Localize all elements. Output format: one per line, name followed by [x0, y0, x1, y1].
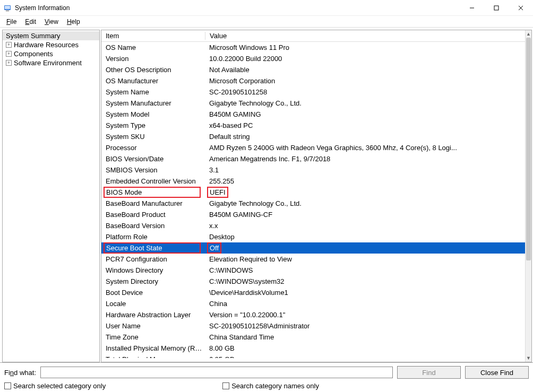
table-row[interactable]: BaseBoard ProductB450M GAMING-CF: [101, 209, 525, 220]
table-row[interactable]: System NameSC-201905101258: [101, 86, 525, 98]
tree-item-hardware-resources[interactable]: + Hardware Resources: [3, 40, 99, 49]
tree-pane[interactable]: System Summary + Hardware Resources + Co…: [2, 30, 100, 362]
row-item: System Model: [101, 110, 205, 119]
highlighted-value: Off: [207, 242, 221, 254]
table-row[interactable]: BIOS ModeUEFI: [101, 187, 525, 198]
row-item: BaseBoard Version: [101, 221, 205, 230]
table-row[interactable]: Total Physical Memory6.95 GB: [101, 354, 525, 359]
column-header-value[interactable]: Value: [205, 32, 525, 40]
table-row[interactable]: Time ZoneChina Standard Time: [101, 332, 525, 343]
row-value: x64-based PC: [205, 121, 525, 130]
search-bar: Find what: Find Close Find Search select…: [0, 362, 533, 392]
menu-file[interactable]: File: [3, 17, 20, 27]
row-value: Microsoft Corporation: [205, 76, 525, 85]
minimize-button[interactable]: [460, 0, 484, 16]
table-row[interactable]: System Typex64-based PC: [101, 120, 525, 131]
titlebar: System Information: [0, 0, 533, 16]
checkbox-icon: [4, 382, 11, 389]
table-row[interactable]: System ManufacturerGigabyte Technology C…: [101, 98, 525, 109]
row-item: Version: [101, 54, 205, 63]
highlighted-value: UEFI: [207, 187, 228, 198]
table-row[interactable]: SMBIOS Version3.1: [101, 164, 525, 176]
table-row[interactable]: Windows DirectoryC:\WINDOWS: [101, 265, 525, 276]
table-row[interactable]: Version10.0.22000 Build 22000: [101, 53, 525, 64]
window-controls: [460, 0, 533, 16]
table-row[interactable]: Other OS DescriptionNot Available: [101, 64, 525, 75]
scrollbar-thumb[interactable]: [526, 38, 531, 260]
row-value: B450M GAMING-CF: [205, 210, 525, 219]
row-value: C:\WINDOWS\system32: [205, 277, 525, 286]
checkbox-label: Search category names only: [231, 382, 319, 390]
row-value: x.x: [205, 221, 525, 230]
row-item: System Manufacturer: [101, 99, 205, 108]
scroll-down-icon[interactable]: ▼: [526, 354, 531, 362]
menu-edit[interactable]: Edit: [22, 17, 39, 27]
table-row[interactable]: BIOS Version/DateAmerican Megatrends Inc…: [101, 153, 525, 164]
row-item: OS Name: [101, 43, 205, 52]
table-row[interactable]: PCR7 ConfigurationElevation Required to …: [101, 254, 525, 265]
expander-icon[interactable]: +: [6, 60, 12, 66]
maximize-button[interactable]: [484, 0, 509, 16]
menu-view[interactable]: View: [41, 17, 62, 27]
row-item: SMBIOS Version: [101, 165, 205, 175]
table-row[interactable]: ProcessorAMD Ryzen 5 2400G with Radeon V…: [101, 142, 525, 153]
row-value: 10.0.22000 Build 22000: [205, 54, 525, 63]
column-header-item[interactable]: Item: [101, 32, 205, 40]
checkbox-search-selected-category[interactable]: Search selected category only: [4, 382, 106, 390]
row-value: \Device\HarddiskVolume1: [205, 288, 525, 297]
row-item: System Type: [101, 121, 205, 130]
checkbox-search-category-names[interactable]: Search category names only: [222, 382, 319, 390]
svg-rect-4: [494, 6, 498, 10]
row-value: Gigabyte Technology Co., Ltd.: [205, 199, 525, 208]
table-row[interactable]: BaseBoard ManufacturerGigabyte Technolog…: [101, 198, 525, 209]
table-row[interactable]: OS NameMicrosoft Windows 11 Pro: [101, 42, 525, 53]
svg-rect-2: [6, 11, 9, 11]
table-row[interactable]: System ModelB450M GAMING: [101, 109, 525, 120]
window-title: System Information: [15, 4, 70, 12]
menu-help[interactable]: Help: [64, 17, 83, 27]
table-row[interactable]: Installed Physical Memory (RAM)8.00 GB: [101, 343, 525, 354]
table-row[interactable]: Platform RoleDesktop: [101, 231, 525, 242]
row-value: Elevation Required to View: [205, 255, 525, 264]
row-value: China: [205, 299, 525, 308]
tree-item-label: Software Environment: [14, 59, 82, 67]
find-input[interactable]: [40, 367, 393, 378]
row-value: AMD Ryzen 5 2400G with Radeon Vega Graph…: [205, 143, 525, 152]
table-row[interactable]: Boot Device\Device\HarddiskVolume1: [101, 287, 525, 298]
table-row[interactable]: OS ManufacturerMicrosoft Corporation: [101, 75, 525, 86]
expander-icon[interactable]: +: [6, 42, 12, 48]
find-button[interactable]: Find: [397, 366, 461, 379]
table-row[interactable]: System SKUDefault string: [101, 131, 525, 142]
row-value: 255.255: [205, 177, 525, 186]
table-row[interactable]: BaseBoard Versionx.x: [101, 220, 525, 231]
checkbox-icon: [222, 382, 229, 389]
row-value: 3.1: [205, 165, 525, 175]
tree-item-label: Hardware Resources: [14, 41, 79, 49]
row-value: Microsoft Windows 11 Pro: [205, 43, 525, 52]
table-row[interactable]: Hardware Abstraction LayerVersion = "10.…: [101, 309, 525, 320]
table-row[interactable]: Secure Boot StateOff: [101, 242, 525, 254]
row-value: B450M GAMING: [205, 110, 525, 119]
row-item: User Name: [101, 321, 205, 330]
row-item: OS Manufacturer: [101, 76, 205, 85]
expander-icon[interactable]: +: [6, 51, 12, 57]
table-row[interactable]: User NameSC-201905101258\Administrator: [101, 320, 525, 332]
details-pane: Item Value OS NameMicrosoft Windows 11 P…: [101, 30, 532, 362]
row-value: Gigabyte Technology Co., Ltd.: [205, 99, 525, 108]
table-row[interactable]: LocaleChina: [101, 298, 525, 309]
tree-root-system-summary[interactable]: System Summary: [3, 31, 99, 40]
menubar: File Edit View Help: [0, 16, 533, 28]
vertical-scrollbar[interactable]: ▲ ▼: [525, 30, 531, 362]
row-item: BaseBoard Product: [101, 210, 205, 219]
tree-item-components[interactable]: + Components: [3, 49, 99, 58]
row-item: Boot Device: [101, 288, 205, 297]
close-button[interactable]: [509, 0, 533, 16]
table-row[interactable]: System DirectoryC:\WINDOWS\system32: [101, 276, 525, 287]
details-header: Item Value: [101, 30, 525, 42]
close-find-button[interactable]: Close Find: [465, 366, 529, 379]
scroll-up-icon[interactable]: ▲: [526, 30, 531, 38]
row-item: Installed Physical Memory (RAM): [101, 344, 205, 353]
row-item: Total Physical Memory: [101, 355, 205, 358]
tree-item-software-environment[interactable]: + Software Environment: [3, 58, 99, 67]
table-row[interactable]: Embedded Controller Version255.255: [101, 176, 525, 187]
